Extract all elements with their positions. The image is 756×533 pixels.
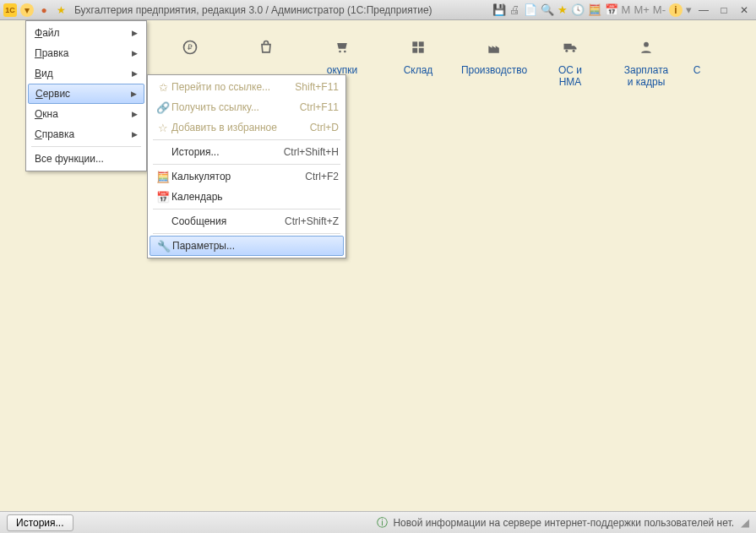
print-icon[interactable]: 🖨 xyxy=(509,3,520,16)
menu-label: Окна xyxy=(35,108,58,120)
submenu-label: Календарь xyxy=(171,191,339,203)
calc-toolbar-icon[interactable]: 🧮 xyxy=(588,3,601,16)
section-label: Производство xyxy=(456,64,532,76)
menu-view[interactable]: Вид ▶ xyxy=(28,63,144,84)
titlebar: 1C ▾ ● ★ Бухгалтерия предприятия, редакц… xyxy=(0,0,756,20)
clock-icon[interactable]: 🕓 xyxy=(571,3,585,16)
submenu-label: Сообщения xyxy=(171,215,285,227)
svg-rect-7 xyxy=(419,48,424,53)
svg-point-9 xyxy=(573,50,575,52)
wrench-icon: 🔧 xyxy=(155,240,172,253)
submenu-label: Перейти по ссылке... xyxy=(171,81,295,93)
history-button[interactable]: История... xyxy=(7,514,73,531)
cart-icon xyxy=(304,30,380,64)
submenu-shortcut: Ctrl+D xyxy=(310,122,339,133)
menu-file[interactable]: Файл ▶ xyxy=(28,23,144,43)
menu-label: Файл xyxy=(35,27,60,39)
svg-rect-5 xyxy=(419,41,424,46)
status-text: ⓘ Новой информации на сервере интернет-п… xyxy=(377,515,734,530)
dropdown-icon[interactable]: ▾ xyxy=(20,3,34,17)
section-item-assets[interactable]: ОС иНМА xyxy=(532,30,608,96)
submenu-add-favorite[interactable]: ☆ Добавить в избранное Ctrl+D xyxy=(150,117,344,138)
search-icon[interactable]: 🔍 xyxy=(541,3,554,16)
truck-icon xyxy=(532,30,608,64)
minimize-button[interactable]: — xyxy=(695,3,712,17)
calendar-icon: 📅 xyxy=(155,191,171,204)
submenu-parameters[interactable]: 🔧 Параметры... xyxy=(150,236,344,256)
menu-help[interactable]: Справка ▶ xyxy=(28,124,144,144)
resize-grip-icon[interactable]: ◢ xyxy=(741,516,749,529)
menu-windows[interactable]: Окна ▶ xyxy=(28,104,144,124)
svg-point-8 xyxy=(565,50,568,52)
svg-text:₽: ₽ xyxy=(188,43,193,52)
titlebar-right-icons: 💾 🖨 📄 🔍 ★ 🕓 🧮 📅 M M+ M- i ▾ — □ ✕ xyxy=(492,3,753,17)
calendar-toolbar-icon[interactable]: 📅 xyxy=(605,3,618,16)
section-item-salary[interactable]: Зарплатаи кадры xyxy=(608,30,684,96)
chevron-right-icon: ▶ xyxy=(132,29,138,37)
submenu-messages[interactable]: Сообщения Ctrl+Shift+Z xyxy=(150,211,344,231)
link-icon: 🔗 xyxy=(155,101,171,114)
submenu-separator xyxy=(153,209,340,209)
ruble-icon: ₽ xyxy=(152,30,228,64)
memory-mplus-label[interactable]: M+ xyxy=(634,3,649,16)
doc-icon[interactable]: 📄 xyxy=(524,3,537,16)
favorite-star-icon[interactable]: ★ xyxy=(54,3,68,17)
grid-icon xyxy=(380,30,456,64)
submenu-shortcut: Shift+F11 xyxy=(295,81,339,93)
submenu-label: Калькулятор xyxy=(171,171,305,182)
maximize-button[interactable]: □ xyxy=(715,3,732,17)
svg-point-2 xyxy=(339,51,341,53)
submenu-history[interactable]: История... Ctrl+Shift+H xyxy=(150,142,344,162)
chevron-right-icon: ▶ xyxy=(132,69,138,78)
submenu-shortcut: Ctrl+F2 xyxy=(305,171,339,182)
service-submenu: ✩ Перейти по ссылке... Shift+F11 🔗 Получ… xyxy=(147,74,346,258)
section-item-warehouse[interactable]: Склад xyxy=(380,30,456,96)
section-label: Зарплатаи кадры xyxy=(608,64,684,88)
submenu-label: Параметры... xyxy=(172,240,338,252)
submenu-separator xyxy=(153,164,340,165)
statusbar: История... ⓘ Новой информации на сервере… xyxy=(0,511,756,533)
submenu-calculator[interactable]: 🧮 Калькулятор Ctrl+F2 xyxy=(150,166,344,187)
factory-icon xyxy=(456,30,532,64)
submenu-separator xyxy=(153,139,340,140)
submenu-label: Получить ссылку... xyxy=(171,101,300,113)
svg-rect-6 xyxy=(412,48,417,53)
star-go-icon: ✩ xyxy=(155,81,171,94)
submenu-label: История... xyxy=(171,146,284,158)
memory-m-label[interactable]: M xyxy=(622,3,631,16)
chevron-right-icon: ▶ xyxy=(132,110,138,118)
calc-icon: 🧮 xyxy=(155,171,171,183)
section-label: С xyxy=(684,64,710,76)
submenu-calendar[interactable]: 📅 Календарь xyxy=(150,187,344,207)
svg-rect-4 xyxy=(412,41,417,46)
menu-label: Вид xyxy=(35,68,53,79)
window-title: Бухгалтерия предприятия, редакция 3.0 / … xyxy=(74,4,492,16)
save-icon[interactable]: 💾 xyxy=(492,3,506,16)
titlebar-left-icons: 1C ▾ ● ★ xyxy=(3,3,68,17)
menu-label: Правка xyxy=(35,47,69,59)
section-item-production[interactable]: Производство xyxy=(456,30,532,96)
menu-label: Сервис xyxy=(35,88,70,100)
status-message: Новой информации на сервере интернет-под… xyxy=(393,517,734,529)
menu-all-functions[interactable]: Все функции... xyxy=(28,149,144,169)
close-button[interactable]: ✕ xyxy=(736,3,753,17)
submenu-separator xyxy=(153,233,340,234)
star-toolbar-icon[interactable]: ★ xyxy=(557,3,568,16)
submenu-label: Добавить в избранное xyxy=(171,122,310,133)
submenu-goto-link[interactable]: ✩ Перейти по ссылке... Shift+F11 xyxy=(150,77,344,97)
submenu-get-link[interactable]: 🔗 Получить ссылку... Ctrl+F11 xyxy=(150,97,344,117)
memory-mminus-label[interactable]: M- xyxy=(653,3,666,16)
menu-edit[interactable]: Правка ▶ xyxy=(28,43,144,63)
svg-point-3 xyxy=(344,51,346,53)
dropdown-small-icon[interactable]: ▾ xyxy=(686,3,692,16)
svg-point-10 xyxy=(644,42,649,47)
info-status-icon: ⓘ xyxy=(377,515,388,530)
chevron-right-icon: ▶ xyxy=(132,130,138,139)
info-icon[interactable]: i xyxy=(669,3,683,17)
menu-service[interactable]: Сервис ▶ xyxy=(28,84,144,104)
section-label: Склад xyxy=(380,64,456,76)
menu-label: Все функции... xyxy=(35,153,104,165)
main-menu: Файл ▶ Правка ▶ Вид ▶ Сервис ▶ Окна ▶ Сп… xyxy=(25,20,147,171)
submenu-shortcut: Ctrl+F11 xyxy=(300,101,339,113)
section-item-more[interactable]: С xyxy=(684,30,710,96)
